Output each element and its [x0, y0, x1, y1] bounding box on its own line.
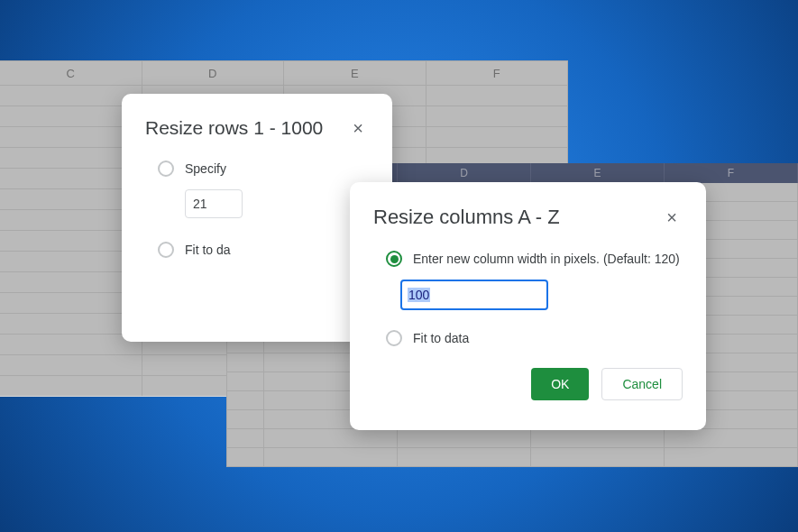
- radio-unchecked-icon: [158, 242, 174, 258]
- fit-to-data-option[interactable]: Fit to data: [373, 330, 683, 346]
- specify-height-option[interactable]: Specify: [145, 161, 369, 177]
- radio-unchecked-icon: [386, 330, 402, 346]
- col-header[interactable]: D: [142, 60, 285, 86]
- resize-columns-dialog: Resize columns A - Z × Enter new column …: [350, 182, 706, 430]
- enter-width-option[interactable]: Enter new column width in pixels. (Defau…: [373, 251, 683, 267]
- radio-label: Fit to data: [413, 331, 469, 345]
- column-width-input[interactable]: 100: [400, 280, 548, 310]
- dialog-title: Resize rows 1 - 1000: [145, 117, 323, 139]
- row-height-input[interactable]: [185, 189, 243, 218]
- radio-label: Specify: [185, 161, 226, 176]
- close-icon[interactable]: ×: [347, 117, 369, 139]
- col-header[interactable]: E: [531, 163, 665, 183]
- column-headers: C D E F: [0, 60, 568, 86]
- col-header[interactable]: C: [0, 60, 142, 86]
- fit-to-data-option[interactable]: Fit to da: [145, 242, 369, 258]
- col-header[interactable]: D: [398, 163, 531, 183]
- col-header[interactable]: F: [427, 60, 569, 86]
- radio-checked-icon: [386, 251, 402, 267]
- radio-label: Fit to da: [185, 243, 231, 257]
- selected-text: 100: [408, 288, 430, 302]
- radio-unchecked-icon: [158, 161, 174, 177]
- ok-button[interactable]: OK: [531, 368, 589, 400]
- col-header[interactable]: E: [284, 60, 427, 86]
- cancel-button[interactable]: Cancel: [601, 368, 683, 400]
- col-header[interactable]: F: [665, 163, 798, 183]
- close-icon[interactable]: ×: [661, 206, 683, 228]
- dialog-title: Resize columns A - Z: [373, 206, 560, 229]
- dialog-buttons: OK Cancel: [373, 368, 683, 400]
- radio-label: Enter new column width in pixels. (Defau…: [413, 252, 680, 266]
